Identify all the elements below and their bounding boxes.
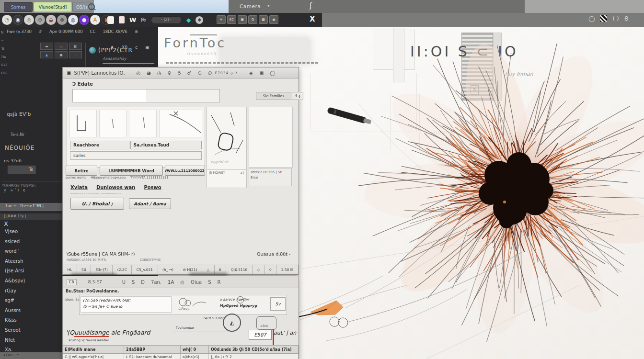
name-input[interactable] [72,89,220,102]
dock-app-icon[interactable]: ◔ [2,15,12,25]
checkered-icon[interactable] [600,15,607,22]
preview-tile[interactable] [159,110,202,137]
dock-button-icon[interactable]: ▣ [238,15,247,24]
menu-item[interactable]: 18DC X8/V6 [103,29,127,34]
toolbar-icon[interactable]: X0 [122,45,127,50]
dock-button-icon[interactable]: ◉ [269,15,278,24]
dialog-tab[interactable]: Poswo [144,185,161,190]
segment-button-2[interactable]: Sa.rluxes.Teud [130,141,202,149]
table-header-cell[interactable]: E)Modlh mane [63,346,124,353]
tool-button[interactable]: ▭ [55,43,68,50]
tool-button[interactable]: ● [55,51,68,58]
titlebar-icon[interactable]: ◕ [147,70,151,76]
preview-tile[interactable] [69,110,97,137]
titlebar-icon[interactable]: ♂ [187,70,191,76]
menu-item[interactable]: CC [90,29,96,34]
panel-toolbar-icon[interactable]: D [141,280,145,285]
styles-combo[interactable]: sailes [70,151,202,160]
tool-button[interactable]: ▬ [40,43,53,50]
menu-item[interactable]: Ape 0:00PM 600 [49,29,83,34]
statusbar-cell[interactable]: Q|0.5116 [226,265,253,274]
sidebar-list-item[interactable]: (jse.Arsi [5,268,62,278]
sv-button[interactable]: Sv [270,297,286,311]
sidebar-list-item[interactable]: Aussrs [5,308,62,318]
sidebar-list-item[interactable]: rGay [5,288,62,298]
dock-app-icon[interactable]: ● [79,15,89,25]
adant-bama-button[interactable]: Adant / Bama [129,198,171,209]
statusbar-cell[interactable]: (2.2C [113,265,132,274]
statusbar-cell[interactable]: (h_ →) [158,265,179,274]
table-cell[interactable]: |_ 6o | / Pi 2 [209,354,299,359]
segment-button-1[interactable]: Reachbore [70,141,129,149]
browser-tab-2-active[interactable]: Viunoe[Stud] [34,2,72,12]
address-field[interactable]: Aaaaahahay [103,56,154,64]
dock-button-icon[interactable]: EC [227,15,236,24]
dock-app-icon[interactable]: ◎ [24,15,34,25]
table-header-cell[interactable]: wh|( 0 [181,346,209,353]
sidebar-list-item[interactable]: word ' [5,248,62,258]
wide-button-1[interactable]: LSMMMMMHB Word [100,166,163,176]
shirt-icon[interactable] [119,16,125,23]
titlebar-icon[interactable]: ◷ [157,70,161,76]
titlebar-icon[interactable]: ◈ [249,70,253,76]
titlebar-icon[interactable]: ◯ [270,70,276,76]
menu-item[interactable]: Fwe (v.3730 [7,29,32,34]
system-tray-icon[interactable]: ◯ [588,15,595,22]
dock-button-icon[interactable]: G [248,15,257,24]
sidebar-list-item[interactable]: Nfet [5,337,62,348]
sidebar-list-item[interactable]: Vjseo [5,229,62,239]
toolbar-icon[interactable]: c [135,45,138,50]
panel-toolbar-icon[interactable]: Oiua [191,280,202,285]
titlebar-icon[interactable]: ♁ [177,70,181,76]
sidebar-input[interactable]: Ts [8,166,35,174]
families-spinner[interactable]: 3▲▼ [292,92,303,100]
bucket-icon[interactable] [107,16,114,24]
browser-tab-1[interactable]: Somes [4,2,33,12]
sel-families-button[interactable]: Sid Families [256,92,291,100]
table-cell[interactable]: a|kha(c1| [181,354,209,359]
panel-toolbar-icon[interactable]: 1A [168,280,174,285]
w-icon[interactable]: W [129,16,136,23]
tool-button[interactable]: ◦ [69,51,82,58]
dock-app-icon[interactable]: ⊗ [57,15,67,25]
dock-button-icon[interactable]: ▦ [259,15,268,24]
titlebar-icon[interactable]: ⊖ [197,70,201,76]
table-cell[interactable]: C-|| wS.agpde'a)'h)-a| [63,354,124,359]
panel-toolbar-icon[interactable]: 7an. [151,280,161,285]
panel-toolbar-icon[interactable]: S [208,280,211,285]
menu-item[interactable]: # [39,29,42,34]
titlebar-icon[interactable]: ▣ [259,70,264,76]
sidebar-list-item[interactable]: Seroot [5,327,62,337]
system-tray-icon[interactable]: ( ) [612,15,619,22]
dock-app-icon[interactable]: ◉ [13,15,23,25]
note-box[interactable]: (7n.5a6 (vedev+/sk 6ldt: /5 ~'an |a+ O 6… [80,296,172,313]
statusbar-cell[interactable]: ◇ [253,265,265,274]
panel-toolbar-icon[interactable]: S [132,280,135,285]
titlebar-icon[interactable]: ∅ [208,70,212,76]
dock-button-icon[interactable]: ✳ [217,15,226,24]
search-icon[interactable] [88,3,95,10]
dock-app-icon[interactable]: ◍ [68,15,78,25]
ny-icon[interactable]: Ɲy [141,18,146,22]
tool-c6[interactable]: C6 [67,279,77,285]
table-row[interactable]: C-|| wS.agpde'a)'h)-a|L S2- kaectam duha… [63,354,299,359]
camera-menu[interactable]: Camera [240,3,261,9]
dock-app-icon[interactable]: A [90,15,100,25]
circled-a-icon[interactable]: a [237,296,244,303]
statusbar-cell[interactable]: 1.50 IS [276,265,299,274]
dock-app-icon[interactable]: ◒ [46,15,56,25]
esh-icon[interactable]: ʃ [310,1,312,10]
diamond-icon[interactable]: ◆ [186,17,191,23]
tool-button[interactable]: ▲ [40,51,53,58]
formula-box[interactable]: E507 [249,330,272,340]
sidebar-list-item[interactable]: K&ss [5,317,62,327]
statusbar-cell[interactable]: 0 [264,265,276,274]
table-header-cell[interactable]: O0d.snds 3b Ǫi 50 CD)5o'd s/iau (7ia) [209,346,299,353]
system-tray-icon[interactable]: Ց [624,15,629,22]
chevron-down-icon[interactable]: ▾ [267,3,270,8]
table-cell[interactable]: L S2- kaectam duhaannai [124,354,181,359]
statusbar-cell[interactable]: C5_v.021 [132,265,158,274]
bhokal-button[interactable]: U. / Bhokal ; [70,198,124,210]
panel-b-controls[interactable]: |5 MOWS? a | [207,169,246,180]
tool-button[interactable]: ◧ [69,43,82,50]
